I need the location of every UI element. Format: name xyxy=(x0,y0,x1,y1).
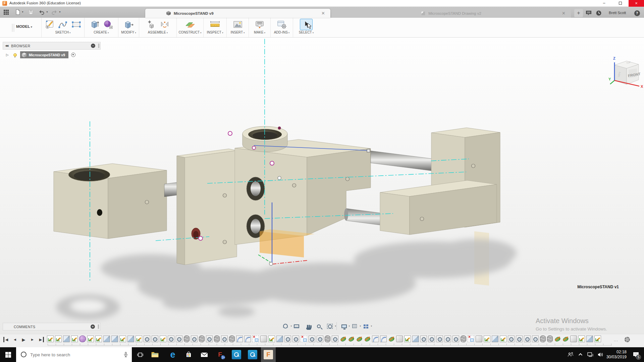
comments-bar[interactable]: COMMENTS + xyxy=(3,323,101,330)
hidden-icons-chevron[interactable] xyxy=(577,347,585,362)
expand-node-icon[interactable]: ▷ xyxy=(6,53,9,57)
edge-icon[interactable] xyxy=(165,347,180,362)
timeline-feature-joint[interactable] xyxy=(348,336,355,342)
taskbar-search[interactable] xyxy=(16,347,132,362)
recap-icon[interactable] xyxy=(229,347,244,362)
press-pull-icon[interactable] xyxy=(123,19,135,30)
timeline-feature-suppressed[interactable] xyxy=(252,336,259,342)
timeline-feature-sketch[interactable] xyxy=(484,336,490,342)
timeline-feature-thread[interactable] xyxy=(461,336,466,342)
measure-icon[interactable] xyxy=(209,19,221,30)
timeline-feature-sketch[interactable] xyxy=(47,336,54,342)
close-tab-icon[interactable]: ✕ xyxy=(562,11,566,16)
timeline-feature-body[interactable] xyxy=(396,336,403,342)
app-grid-icon[interactable] xyxy=(2,8,10,16)
redo-icon[interactable] xyxy=(50,8,58,16)
timeline-feature-hole[interactable] xyxy=(292,336,299,342)
search-input[interactable] xyxy=(30,347,117,362)
help-icon[interactable]: ? xyxy=(633,9,641,17)
browser-root-item[interactable]: MicroscopeSTAND v9 xyxy=(20,51,68,58)
toolbar-group-label[interactable]: SKETCH xyxy=(42,31,84,34)
toolbar-group-label[interactable]: MODIFY xyxy=(118,31,139,34)
toolbar-group-label[interactable]: CONSTRUCT xyxy=(177,31,203,34)
construction-plane-icon[interactable] xyxy=(184,19,196,30)
taskbar-clock[interactable]: 02:18 30/03/2019 xyxy=(606,347,627,362)
tab-microscopestand-v9[interactable]: MicroscopeSTAND v9 ✕ xyxy=(145,9,330,18)
timeline-feature-hole[interactable] xyxy=(444,336,451,342)
joint-icon[interactable] xyxy=(159,19,171,30)
timeline-feature-hole[interactable] xyxy=(532,336,539,342)
timeline-feature-hole[interactable] xyxy=(436,336,443,342)
toolbar-group-label[interactable]: INSPECT xyxy=(204,31,226,34)
pan-icon[interactable] xyxy=(303,322,312,330)
timeline-feature-hole[interactable] xyxy=(144,336,150,342)
timeline-feature-fillet[interactable] xyxy=(236,336,243,342)
timeline-feature-fillet[interactable] xyxy=(372,336,379,342)
close-tab-icon[interactable]: ✕ xyxy=(321,11,325,16)
tab-microscopestand-drawing-v2[interactable]: MicroscopeSTAND Drawing v2 ✕ xyxy=(331,9,571,18)
timeline-feature-sketch[interactable] xyxy=(71,336,78,342)
timeline-feature-hole[interactable] xyxy=(191,336,198,342)
timeline-feature-hole[interactable] xyxy=(284,336,291,342)
display-settings-icon[interactable] xyxy=(336,322,348,330)
timeline-feature-hole[interactable] xyxy=(309,336,315,342)
timeline-feature-sketch[interactable] xyxy=(594,336,601,342)
panel-drag-grip[interactable] xyxy=(98,44,99,48)
toolbar-group-label[interactable]: SELECT xyxy=(293,31,319,34)
new-tab-button[interactable]: + xyxy=(574,9,583,17)
look-at-icon[interactable] xyxy=(292,322,301,330)
timeline-control-go-to-start[interactable] xyxy=(3,337,9,342)
undo-caret-icon[interactable]: ▼ xyxy=(46,11,48,13)
file-menu-icon[interactable] xyxy=(13,8,21,16)
view-cube[interactable]: TOP LEFT FRONT Z Y X xyxy=(608,55,644,94)
activate-component-radio[interactable] xyxy=(71,53,75,57)
timeline-feature-extrude[interactable] xyxy=(127,336,134,342)
mail-icon[interactable] xyxy=(197,347,212,362)
microphone-icon[interactable] xyxy=(123,352,128,358)
form-icon[interactable] xyxy=(102,19,114,30)
workspace-dropdown[interactable]: MODEL xyxy=(16,24,32,28)
timeline-feature-hole[interactable] xyxy=(516,336,523,342)
timeline-feature-sketch[interactable] xyxy=(95,336,102,342)
timeline-feature-joint[interactable] xyxy=(554,336,561,342)
viewports-icon[interactable] xyxy=(361,322,370,330)
timeline-feature-extrude[interactable] xyxy=(412,336,419,342)
file-menu-caret-icon[interactable]: ▼ xyxy=(21,11,24,13)
grid-icon[interactable] xyxy=(350,322,359,330)
toolbar-group-label[interactable]: INSERT xyxy=(227,31,249,34)
timeline-feature-joint[interactable] xyxy=(356,336,363,342)
timeline-feature-hole[interactable] xyxy=(420,336,427,342)
timeline-feature-joint[interactable] xyxy=(388,336,395,342)
toolbar-group-label[interactable]: ASSEMBLE xyxy=(139,31,176,34)
add-comment-icon[interactable]: + xyxy=(91,324,95,329)
timeline-control-step-forward[interactable] xyxy=(30,337,35,342)
timeline-feature-thread[interactable] xyxy=(547,336,553,342)
timeline-feature-extrude[interactable] xyxy=(111,336,118,342)
task-view-icon[interactable] xyxy=(133,347,148,362)
undo-icon[interactable] xyxy=(38,8,46,16)
timeline-feature-thread[interactable] xyxy=(540,336,546,342)
panel-drag-grip[interactable] xyxy=(98,324,99,329)
timeline-feature-extrude[interactable] xyxy=(63,336,70,342)
timeline-feature-suppressed[interactable] xyxy=(468,336,474,342)
timeline-feature-sketch[interactable] xyxy=(136,336,142,342)
fit-icon[interactable] xyxy=(325,322,334,330)
timeline-feature-joint[interactable] xyxy=(340,336,346,342)
toolbar-group-label[interactable]: MAKE xyxy=(249,31,270,34)
timeline-feature-thread[interactable] xyxy=(184,336,190,342)
timeline-feature-hole[interactable] xyxy=(452,336,459,342)
timeline-feature-hole[interactable] xyxy=(508,336,515,342)
job-status-icon[interactable] xyxy=(584,9,593,17)
browser-root-row[interactable]: ▷ MicroscopeSTAND v9 xyxy=(3,51,101,58)
minimize-panel-icon[interactable]: − xyxy=(91,44,95,48)
start-button[interactable] xyxy=(0,347,16,362)
timeline-feature-fillet[interactable] xyxy=(380,336,387,342)
timeline-feature-thread[interactable] xyxy=(214,336,220,342)
select-cursor-icon[interactable] xyxy=(300,19,312,30)
fusion-360-icon[interactable] xyxy=(261,347,276,362)
timeline-control-step-back[interactable] xyxy=(12,337,18,342)
collapse-panel-icon[interactable]: ◀◀ xyxy=(5,44,8,47)
timeline-feature-extrude[interactable] xyxy=(492,336,498,342)
spline-icon[interactable] xyxy=(57,19,69,30)
timeline-feature-sketch[interactable] xyxy=(268,336,275,342)
